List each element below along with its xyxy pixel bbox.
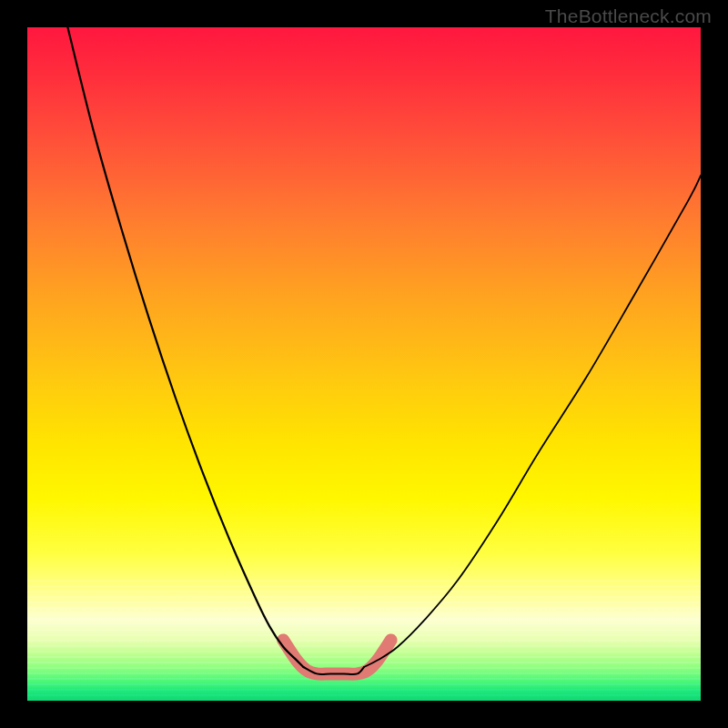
chart-frame: TheBottleneck.com xyxy=(0,0,728,728)
left-curve xyxy=(67,27,303,667)
right-curve xyxy=(364,176,701,667)
watermark-text: TheBottleneck.com xyxy=(545,5,712,27)
curve-layer xyxy=(27,27,701,701)
plot-area xyxy=(27,27,701,701)
valley-highlight xyxy=(283,640,390,673)
